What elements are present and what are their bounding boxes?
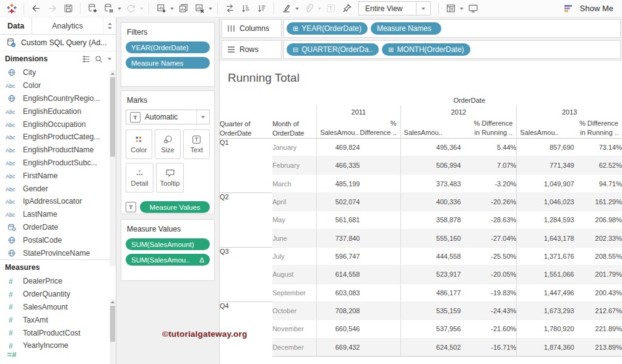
show-me-cards-caret[interactable] <box>459 1 465 16</box>
shelf-pill[interactable]: ⊞ MONTH(OrderDate) <box>382 43 470 56</box>
row-field-label[interactable]: Month ofOrderDate <box>272 119 317 138</box>
value-cell[interactable]: -20.26% <box>461 193 517 210</box>
new-worksheet-button[interactable] <box>153 1 169 16</box>
value-cell[interactable]: 555,160 <box>400 229 460 247</box>
value-cell[interactable]: 213.89% <box>574 338 622 356</box>
pause-updates-button[interactable] <box>100 1 116 16</box>
value-cell[interactable]: -24.43% <box>461 301 517 319</box>
value-cell[interactable]: -28.63% <box>461 211 517 229</box>
sort-descending-button[interactable] <box>254 1 270 16</box>
month-header[interactable]: March <box>272 175 317 193</box>
show-me-button[interactable]: Show Me <box>564 4 618 14</box>
value-cell[interactable] <box>360 301 400 319</box>
value-cell[interactable]: 596,747 <box>317 247 360 265</box>
dimension-item[interactable]: Abc EnglishEducation <box>0 105 116 118</box>
expand-icon[interactable]: ⊞ <box>388 46 394 54</box>
value-cell[interactable] <box>360 211 400 229</box>
value-cell[interactable]: 537,956 <box>400 320 460 338</box>
month-header[interactable]: October <box>272 301 317 319</box>
value-cell[interactable]: 523,917 <box>400 266 460 284</box>
month-header[interactable]: August <box>272 266 317 284</box>
value-cell[interactable]: 502,074 <box>317 193 360 210</box>
value-cell[interactable]: 373,483 <box>400 175 460 193</box>
mark-type-caret[interactable] <box>196 110 205 124</box>
value-cell[interactable]: 358,878 <box>400 211 460 229</box>
value-cell[interactable]: 737,840 <box>317 229 360 247</box>
value-cell[interactable]: 201.79% <box>574 266 622 284</box>
dimension-item[interactable]: Abc EnglishProductCateg... <box>0 131 116 144</box>
dimension-item[interactable]: Abc Color <box>0 79 116 92</box>
value-cell[interactable]: 495,364 <box>400 138 460 156</box>
quarter-header[interactable]: Q1 <box>220 138 272 193</box>
value-cell[interactable]: 506,994 <box>400 157 460 175</box>
measure-header[interactable]: %Difference .. <box>360 119 400 138</box>
value-cell[interactable]: 857,690 <box>517 138 574 156</box>
dimension-item[interactable]: StateProvinceName <box>0 246 116 259</box>
shelf-pill[interactable]: ⊞ YEAR(OrderDate) <box>287 22 368 35</box>
measure-header[interactable]: SalesAmou.. <box>400 119 460 138</box>
month-header[interactable]: January <box>272 138 317 156</box>
marks-button[interactable]: Color <box>126 129 152 159</box>
value-cell[interactable]: 469,824 <box>317 138 360 156</box>
value-cell[interactable] <box>360 320 400 338</box>
value-cell[interactable]: 1,780,920 <box>517 320 574 338</box>
group-members-button[interactable] <box>300 1 316 16</box>
dimension-item[interactable]: Abc EnglishProductName <box>0 144 116 157</box>
fix-axes-button[interactable] <box>339 1 355 16</box>
month-header[interactable]: December <box>272 338 317 356</box>
refresh-caret[interactable] <box>139 1 145 16</box>
filter-pill[interactable]: YEAR(OrderDate) <box>126 41 210 53</box>
value-cell[interactable]: 73.14% <box>574 138 622 156</box>
month-header[interactable]: July <box>272 247 317 265</box>
measure-item-partial[interactable]: =# <box>0 352 116 357</box>
value-cell[interactable]: 221.89% <box>574 320 622 338</box>
fit-mode-value[interactable]: Entire View <box>359 2 416 15</box>
measure-item[interactable]: # YearlyIncome <box>0 339 116 352</box>
value-cell[interactable]: 561,681 <box>317 211 360 229</box>
refresh-button[interactable] <box>123 1 139 16</box>
value-cell[interactable]: 535,159 <box>400 301 460 319</box>
value-cell[interactable]: 202.33% <box>574 229 622 247</box>
shelf-pill[interactable]: ⊟ QUARTER(OrderDa.. <box>287 43 379 56</box>
measure-item[interactable]: # OrderQuantity <box>0 288 116 301</box>
shelf-pill[interactable]: Measure Names <box>371 22 441 35</box>
dimension-item[interactable]: OrderDate <box>0 221 116 234</box>
tableau-logo[interactable] <box>4 1 20 16</box>
presentation-mode-button[interactable] <box>465 1 481 16</box>
month-header[interactable]: November <box>272 320 317 338</box>
value-cell[interactable]: 206.98% <box>574 211 622 229</box>
value-cell[interactable]: 1,643,178 <box>517 229 574 247</box>
value-cell[interactable]: 400,336 <box>400 193 460 210</box>
value-cell[interactable]: -27.04% <box>461 229 517 247</box>
value-cell[interactable]: 485,199 <box>317 175 360 193</box>
value-cell[interactable]: -20.05% <box>461 266 517 284</box>
value-cell[interactable] <box>360 229 400 247</box>
value-cell[interactable]: 212.67% <box>574 301 622 319</box>
undo-button[interactable] <box>28 1 44 16</box>
marks-button[interactable]: Size <box>155 129 181 159</box>
group-members-caret[interactable] <box>316 1 322 16</box>
dimension-item[interactable]: Abc EnglishProductSubc... <box>0 157 116 170</box>
text-label-button[interactable] <box>322 1 339 16</box>
clear-sheet-button[interactable] <box>191 1 207 16</box>
pane-collapse-icon[interactable] <box>103 17 116 34</box>
value-cell[interactable]: 161.29% <box>574 193 622 210</box>
month-header[interactable]: May <box>272 211 317 229</box>
highlight-button[interactable] <box>278 1 294 16</box>
measures-scrollbar[interactable] <box>110 299 116 364</box>
swap-rows-columns-button[interactable] <box>222 1 238 16</box>
add-datasource-button[interactable] <box>84 1 100 16</box>
value-cell[interactable] <box>360 138 400 156</box>
value-cell[interactable]: 1,673,293 <box>517 301 574 319</box>
year-header[interactable]: 2011 <box>317 105 400 119</box>
tab-analytics[interactable]: Analytics <box>32 17 103 34</box>
value-cell[interactable]: 1,046,023 <box>517 193 574 210</box>
measure-header[interactable]: % Differencein Running .. <box>574 119 622 138</box>
value-cell[interactable] <box>360 175 400 193</box>
value-cell[interactable]: 1,371,676 <box>517 247 574 265</box>
fit-mode-caret[interactable] <box>416 2 430 15</box>
measure-item[interactable]: # TotalProductCost <box>0 326 116 339</box>
value-cell[interactable]: 1,049,907 <box>517 175 574 193</box>
filter-pill[interactable]: Measure Names <box>126 57 210 69</box>
quarter-header[interactable]: Q2 <box>220 193 272 247</box>
